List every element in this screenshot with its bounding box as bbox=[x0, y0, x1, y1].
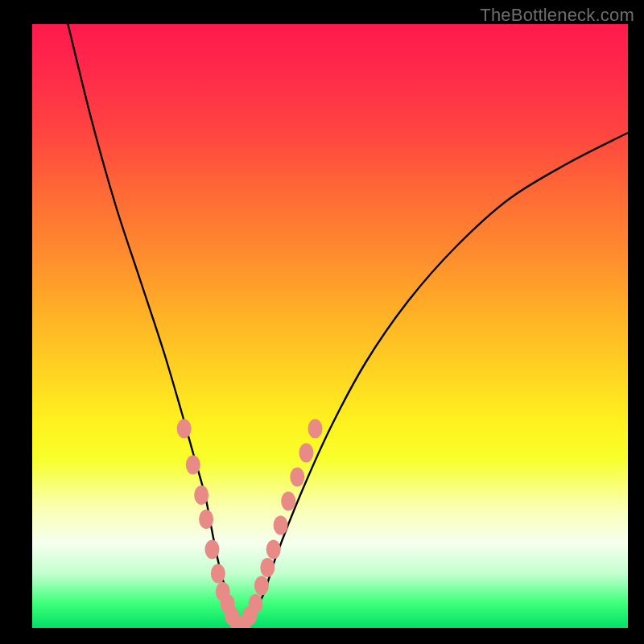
curve-marker bbox=[281, 492, 295, 511]
curve-marker bbox=[254, 576, 269, 596]
curve-marker bbox=[308, 419, 323, 439]
curve-marker bbox=[211, 564, 225, 584]
curve-marker bbox=[199, 510, 213, 529]
bottleneck-curve bbox=[68, 24, 628, 628]
curve-marker bbox=[299, 444, 313, 463]
chart-svg bbox=[32, 24, 628, 628]
chart-plot-area bbox=[32, 24, 628, 628]
chart-frame: TheBottleneck.com bbox=[0, 0, 644, 644]
curve-marker bbox=[186, 456, 200, 475]
curve-marker bbox=[274, 516, 288, 535]
curve-marker bbox=[194, 485, 208, 505]
watermark-text: TheBottleneck.com bbox=[480, 5, 634, 26]
curve-salmon-dots bbox=[177, 419, 323, 629]
curve-marker bbox=[266, 540, 281, 559]
curve-marker bbox=[177, 419, 192, 439]
curve-marker bbox=[204, 540, 219, 559]
curve-marker bbox=[249, 594, 263, 613]
curve-marker bbox=[260, 558, 275, 577]
curve-marker bbox=[290, 468, 304, 487]
